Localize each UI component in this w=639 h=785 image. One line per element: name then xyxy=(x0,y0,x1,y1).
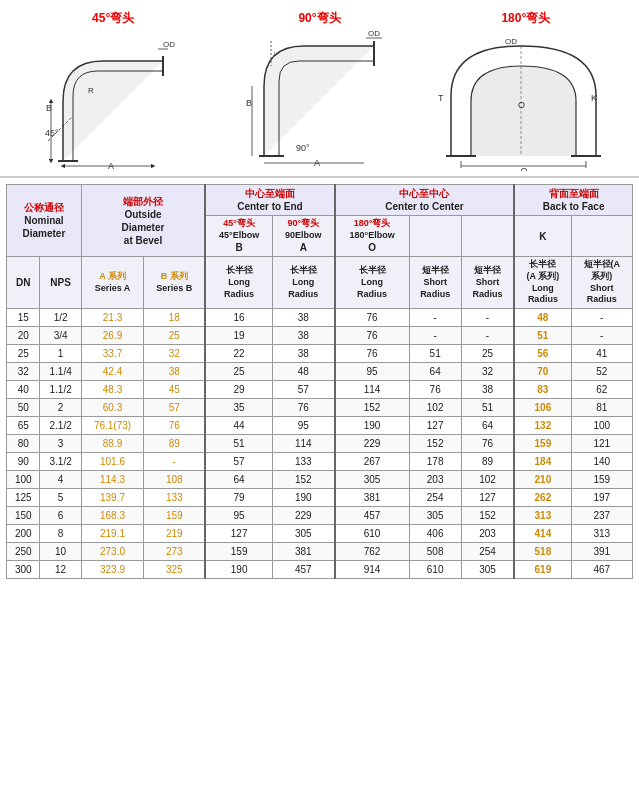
header-k2-col xyxy=(571,216,633,257)
header-dn: DN xyxy=(7,257,40,309)
cell-nps: 1/2 xyxy=(40,309,81,327)
header-empty-center xyxy=(409,216,461,257)
cell-k-long: 210 xyxy=(514,471,571,489)
cell-k-long: 313 xyxy=(514,507,571,525)
diagram-45-svg: 45° OD B A R xyxy=(33,31,193,171)
cell-b-series: 159 xyxy=(144,507,205,525)
cell-k-long: 518 xyxy=(514,543,571,561)
long-r-cn-1: 长半径 xyxy=(209,265,269,277)
svg-text:↓: ↓ xyxy=(272,49,276,58)
cell-b-series: 18 xyxy=(144,309,205,327)
cell-b-series: 108 xyxy=(144,471,205,489)
cell-k-short: 52 xyxy=(571,363,633,381)
cell-b45: 51 xyxy=(205,435,272,453)
header-outside-diam: 端部外径 OutsideDiameterat Bevel xyxy=(81,185,205,257)
cell-a-series: 323.9 xyxy=(81,561,144,579)
short-r-cn-2: 短半径 xyxy=(465,265,510,277)
cell-b45: 95 xyxy=(205,507,272,525)
cell-o90short: 152 xyxy=(409,435,461,453)
cell-a-series: 21.3 xyxy=(81,309,144,327)
table-row: 401.1/248.345295711476388362 xyxy=(7,381,633,399)
cell-o90short: 305 xyxy=(409,507,461,525)
cell-b-series: 45 xyxy=(144,381,205,399)
cell-k-long: 414 xyxy=(514,525,571,543)
cell-b45: 57 xyxy=(205,453,272,471)
diagram-180-title: 180°弯头 xyxy=(501,10,550,27)
cell-a90short: 127 xyxy=(461,489,514,507)
cell-b45: 29 xyxy=(205,381,272,399)
header-series-b: B 系列 Series B xyxy=(144,257,205,309)
cell-nps: 4 xyxy=(40,471,81,489)
cell-b45: 44 xyxy=(205,417,272,435)
cell-b-series: 32 xyxy=(144,345,205,363)
cell-a-series: 114.3 xyxy=(81,471,144,489)
cell-k-long: 48 xyxy=(514,309,571,327)
cell-a90short: 89 xyxy=(461,453,514,471)
cell-a90long: 457 xyxy=(273,561,335,579)
cell-nps: 10 xyxy=(40,543,81,561)
cell-nps: 2.1/2 xyxy=(40,417,81,435)
header-short-radius-2: 短半径 ShortRadius xyxy=(461,257,514,309)
cell-o90long: 95 xyxy=(335,363,409,381)
header-long-radius-3: 长半径 LongRadius xyxy=(335,257,409,309)
cell-a90long: 114 xyxy=(273,435,335,453)
series-a-label: A 系列 xyxy=(85,271,141,283)
header-center-to-center: 中心至中心 Center to Center xyxy=(335,185,515,216)
cell-b45: 19 xyxy=(205,327,272,345)
cell-a90short: 64 xyxy=(461,417,514,435)
cell-a90long: 38 xyxy=(273,327,335,345)
cell-b45: 127 xyxy=(205,525,272,543)
cell-k-short: 313 xyxy=(571,525,633,543)
sub-90-en: 90Elbow xyxy=(276,230,331,242)
cell-b-series: 325 xyxy=(144,561,205,579)
cell-k-short: - xyxy=(571,309,633,327)
cell-dn: 25 xyxy=(7,345,40,363)
short-a-en: ShortRadius xyxy=(575,283,630,306)
diagram-90-elbow: 90°弯头 OD 90° A B xyxy=(216,10,422,171)
diagram-45-title: 45°弯头 xyxy=(92,10,134,27)
cell-o90long: 76 xyxy=(335,327,409,345)
cell-a-series: 42.4 xyxy=(81,363,144,381)
cell-o90short: 51 xyxy=(409,345,461,363)
header-series-a: A 系列 Series A xyxy=(81,257,144,309)
cell-a-series: 101.6 xyxy=(81,453,144,471)
cell-k-short: 100 xyxy=(571,417,633,435)
cell-k-short: 121 xyxy=(571,435,633,453)
cell-k-short: 197 xyxy=(571,489,633,507)
svg-text:B: B xyxy=(246,98,252,108)
cell-a90short: 254 xyxy=(461,543,514,561)
cell-dn: 20 xyxy=(7,327,40,345)
cell-k-long: 159 xyxy=(514,435,571,453)
header-90elbow-a: 90°弯头 90Elbow A xyxy=(273,216,335,257)
long-r-cn-2: 长半径 xyxy=(276,265,331,277)
cell-b-series: 219 xyxy=(144,525,205,543)
cell-nps: 12 xyxy=(40,561,81,579)
cell-k-short: 237 xyxy=(571,507,633,525)
cell-a-series: 76.1(73) xyxy=(81,417,144,435)
cell-k-long: 184 xyxy=(514,453,571,471)
cell-nps: 1 xyxy=(40,345,81,363)
cell-a90short: 305 xyxy=(461,561,514,579)
long-r-en-3: LongRadius xyxy=(339,277,406,300)
table-row: 321.1/442.43825489564327052 xyxy=(7,363,633,381)
cell-b-series: 57 xyxy=(144,399,205,417)
cell-nps: 3.1/2 xyxy=(40,453,81,471)
cell-a90short: 152 xyxy=(461,507,514,525)
cell-b-series: 273 xyxy=(144,543,205,561)
svg-text:OD: OD xyxy=(163,40,175,49)
header-long-radius-1: 长半径 LongRadius xyxy=(205,257,272,309)
cell-o90short: 610 xyxy=(409,561,461,579)
cell-a90short: 203 xyxy=(461,525,514,543)
header-nd-cn: 公称通径 xyxy=(10,201,78,214)
cell-o90long: 76 xyxy=(335,309,409,327)
cell-k-short: - xyxy=(571,327,633,345)
header-btf-cn: 背面至端面 xyxy=(518,187,629,200)
short-r-cn-1: 短半径 xyxy=(413,265,458,277)
svg-text:OD: OD xyxy=(505,37,517,46)
cell-o90long: 610 xyxy=(335,525,409,543)
cell-k-short: 159 xyxy=(571,471,633,489)
header-center-to-end: 中心至端面 Center to End xyxy=(205,185,334,216)
sub-180-o: O xyxy=(339,241,406,254)
cell-o90long: 267 xyxy=(335,453,409,471)
cell-o90short: 508 xyxy=(409,543,461,561)
